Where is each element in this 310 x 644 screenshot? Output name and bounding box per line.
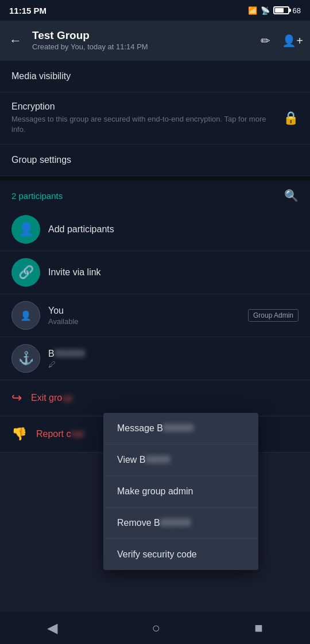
context-menu: Message BXXXXX View BXXXX Make group adm… bbox=[103, 413, 258, 570]
context-menu-overlay[interactable]: Message BXXXXX View BXXXX Make group adm… bbox=[0, 0, 310, 644]
context-menu-remove[interactable]: Remove BXXXXX bbox=[103, 508, 258, 539]
context-menu-message[interactable]: Message BXXXXX bbox=[103, 413, 258, 444]
context-menu-make-admin[interactable]: Make group admin bbox=[103, 476, 258, 508]
context-menu-view[interactable]: View BXXXX bbox=[103, 444, 258, 476]
context-menu-verify[interactable]: Verify security code bbox=[103, 539, 258, 570]
